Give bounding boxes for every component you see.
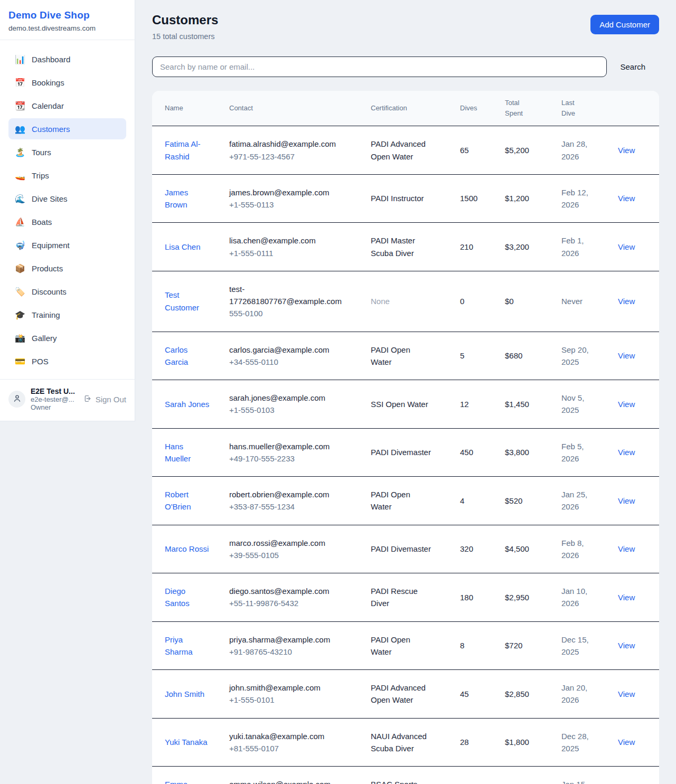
- action-cell: View: [618, 332, 659, 380]
- last-dive-cell: Jan 10, 2026: [561, 573, 618, 622]
- dives-cell: 4: [460, 477, 505, 525]
- view-customer-link[interactable]: View: [618, 641, 635, 650]
- total-spent-cell: $3,800: [505, 428, 561, 477]
- customer-email: carlos.garcia@example.com: [229, 344, 345, 356]
- total-spent-value: $720: [505, 641, 522, 650]
- total-spent-cell: $2,950: [505, 573, 561, 622]
- sidebar-item-dive-sites[interactable]: 🌊Dive Sites: [8, 188, 126, 209]
- search-input[interactable]: [152, 56, 607, 77]
- action-cell: View: [618, 621, 659, 670]
- last-dive-cell: Feb 1, 2026: [561, 223, 618, 271]
- customer-email: test-1772681807767@example.com: [229, 283, 345, 308]
- page-header: Customers 15 total customers Add Custome…: [152, 13, 659, 41]
- dives-value: 210: [460, 242, 473, 251]
- customer-name-link[interactable]: Diego Santos: [165, 587, 190, 608]
- sidebar-item-calendar[interactable]: 📆Calendar: [8, 95, 126, 116]
- customer-name-link[interactable]: Sarah Jones: [165, 400, 209, 409]
- search-button[interactable]: Search: [607, 62, 659, 71]
- customer-phone: 555-0100: [229, 307, 345, 319]
- sidebar-item-pos[interactable]: 💳POS: [8, 351, 126, 372]
- view-customer-link[interactable]: View: [618, 146, 635, 155]
- customer-contact-cell: test-1772681807767@example.com555-0100: [229, 271, 371, 332]
- table-row: Marco Rossimarco.rossi@example.com+39-55…: [152, 525, 659, 573]
- customer-name-link[interactable]: Priya Sharma: [165, 635, 193, 656]
- last-dive-value: Feb 8, 2026: [561, 539, 584, 560]
- last-dive-cell: Jan 25, 2026: [561, 477, 618, 525]
- customer-contact-cell: carlos.garcia@example.com+34-555-0110: [229, 332, 371, 380]
- sidebar-item-gallery[interactable]: 📸Gallery: [8, 327, 126, 348]
- certification-cell: PADI Master Scuba Diver: [371, 223, 460, 271]
- total-spent-cell: $5,200: [505, 126, 561, 175]
- customer-name-link[interactable]: Robert O'Brien: [165, 490, 191, 511]
- last-dive-cell: Feb 8, 2026: [561, 525, 618, 573]
- customer-phone: +971-55-123-4567: [229, 150, 345, 163]
- view-customer-link[interactable]: View: [618, 593, 635, 602]
- sidebar-item-equipment[interactable]: 🤿Equipment: [8, 234, 126, 256]
- view-customer-link[interactable]: View: [618, 496, 635, 505]
- sidebar-item-label: Gallery: [32, 334, 57, 343]
- sign-out-button[interactable]: Sign Out: [83, 394, 126, 404]
- last-dive-value: Jan 20, 2026: [561, 683, 587, 704]
- sidebar-item-boats[interactable]: ⛵Boats: [8, 211, 126, 232]
- customer-email: lisa.chen@example.com: [229, 234, 345, 247]
- table-row: Sarah Jonessarah.jones@example.com+1-555…: [152, 380, 659, 429]
- customer-name-link[interactable]: Emma Wilson: [165, 780, 189, 784]
- view-customer-link[interactable]: View: [618, 297, 635, 306]
- customer-contact-cell: marco.rossi@example.com+39-555-0105: [229, 525, 371, 573]
- view-customer-link[interactable]: View: [618, 400, 635, 409]
- view-customer-link[interactable]: View: [618, 194, 635, 203]
- table-row: Emma Wilsonemma.wilson@example.com+44-55…: [152, 767, 659, 784]
- sidebar-item-trips[interactable]: 🚤Trips: [8, 165, 126, 186]
- customer-name-link[interactable]: John Smith: [165, 689, 204, 698]
- customer-name-link[interactable]: Fatima Al-Rashid: [165, 139, 201, 160]
- sidebar-header: Demo Dive Shop demo.test.divestreams.com: [0, 0, 135, 40]
- view-customer-link[interactable]: View: [618, 544, 635, 553]
- user-role: Owner: [31, 403, 78, 411]
- customer-contact-cell: priya.sharma@example.com+91-98765-43210: [229, 621, 371, 670]
- customer-name-link[interactable]: Carlos Garcia: [165, 345, 188, 366]
- customer-email: john.smith@example.com: [229, 682, 345, 694]
- view-customer-link[interactable]: View: [618, 448, 635, 457]
- view-customer-link[interactable]: View: [618, 351, 635, 360]
- graduation-cap-icon: 🎓: [15, 310, 25, 320]
- last-dive-value: Dec 28, 2025: [561, 732, 589, 753]
- customer-contact-cell: lisa.chen@example.com+1-555-0111: [229, 223, 371, 271]
- table-row: Fatima Al-Rashidfatima.alrashid@example.…: [152, 126, 659, 175]
- sidebar-item-dashboard[interactable]: 📊Dashboard: [8, 49, 126, 70]
- view-customer-link[interactable]: View: [618, 689, 635, 698]
- customer-name-link[interactable]: Test Customer: [165, 290, 199, 311]
- customer-name-link[interactable]: Lisa Chen: [165, 242, 201, 251]
- customer-name-link[interactable]: Marco Rossi: [165, 544, 209, 553]
- view-customer-link[interactable]: View: [618, 738, 635, 747]
- customer-contact-cell: james.brown@example.com+1-555-0113: [229, 174, 371, 223]
- customer-name-link[interactable]: James Brown: [165, 188, 188, 209]
- customer-name-link[interactable]: Yuki Tanaka: [165, 738, 208, 747]
- sidebar-item-discounts[interactable]: 🏷️Discounts: [8, 281, 126, 302]
- sidebar-item-bookings[interactable]: 📅Bookings: [8, 72, 126, 93]
- column-header-dives: Dives: [460, 91, 505, 126]
- diving-mask-icon: 🤿: [15, 240, 25, 250]
- action-cell: View: [618, 223, 659, 271]
- dives-cell: 5: [460, 332, 505, 380]
- customer-email: yuki.tanaka@example.com: [229, 730, 345, 742]
- customer-name-link[interactable]: Hans Mueller: [165, 442, 191, 463]
- sidebar-item-tours[interactable]: 🏝️Tours: [8, 141, 126, 163]
- total-spent-cell: $2,850: [505, 670, 561, 719]
- table-header: NameContactCertificationDivesTotal Spent…: [152, 91, 659, 126]
- total-spent-cell: $2,600: [505, 767, 561, 784]
- dives-cell: 180: [460, 573, 505, 622]
- last-dive-value: Feb 12, 2026: [561, 188, 588, 209]
- dives-cell: 450: [460, 428, 505, 477]
- customer-email: emma.wilson@example.com: [229, 778, 345, 784]
- dives-value: 5: [460, 351, 464, 360]
- sidebar-item-customers[interactable]: 👥Customers: [8, 118, 126, 139]
- sidebar-item-training[interactable]: 🎓Training: [8, 304, 126, 325]
- dives-value: 180: [460, 593, 473, 602]
- total-spent-value: $3,800: [505, 448, 529, 457]
- add-customer-button[interactable]: Add Customer: [590, 15, 659, 34]
- sidebar-item-products[interactable]: 📦Products: [8, 258, 126, 279]
- table-row: James Brownjames.brown@example.com+1-555…: [152, 174, 659, 223]
- certification-cell: SSI Open Water: [371, 380, 460, 429]
- view-customer-link[interactable]: View: [618, 242, 635, 251]
- page-heading-block: Customers 15 total customers: [152, 13, 218, 41]
